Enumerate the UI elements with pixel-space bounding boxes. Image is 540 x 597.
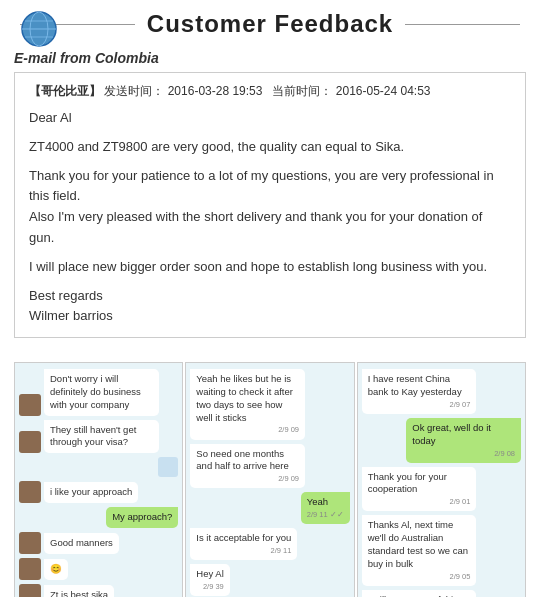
chat-col-2-inner: Yeah he likes but he is waiting to check… bbox=[186, 363, 353, 597]
email-send-time: 2016-03-28 19:53 bbox=[168, 84, 263, 98]
chat-msg-row: Is it acceptable for you2/9 11 bbox=[190, 528, 349, 560]
chat-bubble: I will use some of this for testing and … bbox=[362, 590, 477, 597]
chat-msg-row: 😊 bbox=[19, 558, 178, 580]
email-para-4: Best regardsWilmer barrios bbox=[29, 286, 511, 328]
section-divider bbox=[0, 348, 540, 358]
chat-msg-row: I will use some of this for testing and … bbox=[362, 590, 521, 597]
chat-bubble: Don't worry i will definitely do busines… bbox=[44, 369, 159, 415]
chat-bubble: I have resent China bank to Kay yesterda… bbox=[362, 369, 477, 414]
avatar bbox=[19, 394, 41, 416]
email-box: 【哥伦比亚】 发送时间： 2016-03-28 19:53 当前时间： 2016… bbox=[14, 72, 526, 338]
email-para-1: ZT4000 and ZT9800 are very good, the qua… bbox=[29, 137, 511, 158]
chat-col-3-inner: I have resent China bank to Kay yesterda… bbox=[358, 363, 525, 597]
chat-bubble: i like your approach bbox=[44, 482, 138, 503]
chat-msg-row: Yeah he likes but he is waiting to check… bbox=[190, 369, 349, 439]
avatar bbox=[19, 431, 41, 453]
chat-col-2: Yeah he likes but he is waiting to check… bbox=[185, 362, 354, 597]
chat-msg-row: Don't worry i will definitely do busines… bbox=[19, 369, 178, 415]
chat-col-1: Don't worry i will definitely do busines… bbox=[14, 362, 183, 597]
email-body: Dear Al ZT4000 and ZT9800 are very good,… bbox=[29, 108, 511, 327]
avatar bbox=[19, 584, 41, 597]
chat-msg-row: Yeah2/9 11 ✓✓ bbox=[190, 492, 349, 524]
avatar bbox=[19, 532, 41, 554]
globe-icon bbox=[20, 10, 58, 48]
chat-bubble: Thank you for your cooperation2/9 01 bbox=[362, 467, 477, 512]
email-current-label: 当前时间： bbox=[272, 84, 332, 98]
chat-bubble: Hey Al2/9 39 bbox=[190, 564, 229, 596]
chat-msg-row: Thanks Al, next time we'll do Australian… bbox=[362, 515, 521, 585]
chat-bubble: Zt is best sika bbox=[44, 585, 114, 597]
header-line-right bbox=[405, 24, 520, 25]
email-meta: 【哥伦比亚】 发送时间： 2016-03-28 19:53 当前时间： 2016… bbox=[29, 83, 511, 100]
email-para-0: Dear Al bbox=[29, 108, 511, 129]
avatar bbox=[19, 481, 41, 503]
chat-bubble: My approach? bbox=[106, 507, 178, 528]
email-current-time: 2016-05-24 04:53 bbox=[336, 84, 431, 98]
email-from-label: E-mail from Colombia bbox=[14, 50, 526, 66]
chat-col-1-inner: Don't worry i will definitely do busines… bbox=[15, 363, 182, 597]
chat-bubble: Good manners bbox=[44, 533, 119, 554]
chat-area: Don't worry i will definitely do busines… bbox=[0, 358, 540, 597]
chat-bubble: 😊 bbox=[44, 559, 68, 580]
chat-msg-row: Ok great, well do it today2/9 08 bbox=[362, 418, 521, 463]
email-para-3: I will place new bigger order soon and h… bbox=[29, 257, 511, 278]
chat-msg-row: My approach? bbox=[19, 507, 178, 528]
chat-msg-row bbox=[19, 457, 178, 477]
chat-col-3: I have resent China bank to Kay yesterda… bbox=[357, 362, 526, 597]
header-lines: Customer Feedback bbox=[20, 10, 520, 38]
email-send-label: 发送时间： bbox=[104, 84, 164, 98]
chat-msg-row: So need one months and half to arrive he… bbox=[190, 444, 349, 489]
chat-bubble: Ok great, well do it today2/9 08 bbox=[406, 418, 521, 463]
page-header: Customer Feedback bbox=[0, 0, 540, 46]
chat-msg-row: They still haven't get through your visa… bbox=[19, 420, 178, 454]
chat-msg-row: Good manners bbox=[19, 532, 178, 554]
chat-msg-row: Thank you for your cooperation2/9 01 bbox=[362, 467, 521, 512]
chat-bubble: They still haven't get through your visa… bbox=[44, 420, 159, 454]
chat-bubble: So need one months and half to arrive he… bbox=[190, 444, 305, 489]
chat-bubble: Is it acceptable for you2/9 11 bbox=[190, 528, 297, 560]
chat-msg-row: i like your approach bbox=[19, 481, 178, 503]
chat-bubble: Yeah he likes but he is waiting to check… bbox=[190, 369, 305, 439]
chat-bubble: Yeah2/9 11 ✓✓ bbox=[301, 492, 350, 524]
chat-msg-row: I have resent China bank to Kay yesterda… bbox=[362, 369, 521, 414]
chat-bubble: Thanks Al, next time we'll do Australian… bbox=[362, 515, 477, 585]
email-section: E-mail from Colombia 【哥伦比亚】 发送时间： 2016-0… bbox=[0, 46, 540, 348]
chat-msg-row: Zt is best sika bbox=[19, 584, 178, 597]
avatar bbox=[19, 558, 41, 580]
page-title: Customer Feedback bbox=[147, 10, 393, 38]
chat-bubble bbox=[158, 457, 178, 477]
chat-msg-row: Hey Al2/9 39 bbox=[190, 564, 349, 596]
email-para-2: Thank you for your patience to a lot of … bbox=[29, 166, 511, 249]
email-country: 【哥伦比亚】 bbox=[29, 84, 101, 98]
